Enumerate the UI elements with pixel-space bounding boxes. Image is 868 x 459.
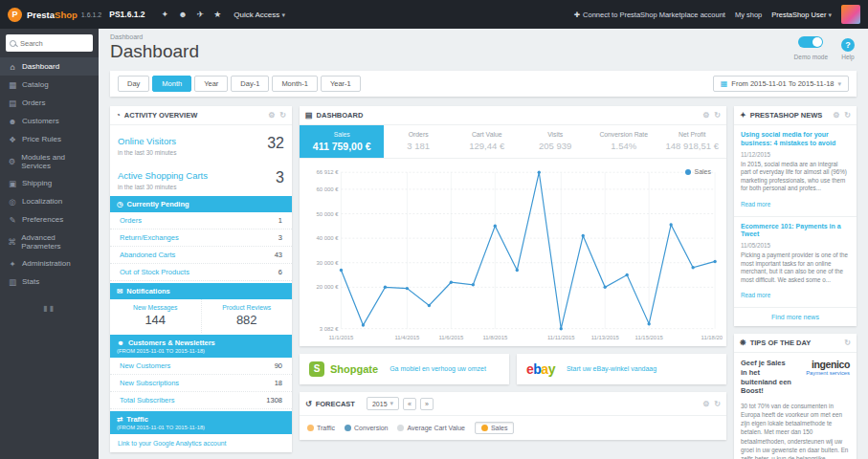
- active-carts-link[interactable]: Active Shopping Carts: [118, 170, 208, 181]
- svg-text:11/6/2015: 11/6/2015: [438, 335, 463, 340]
- kpi-cart-value[interactable]: Cart Value129,44 €: [453, 125, 522, 158]
- chart-legend[interactable]: Sales: [685, 168, 711, 175]
- panel-header: ✦ PRESTASHOP NEWS ⚙ ↻: [734, 106, 857, 125]
- gear-icon[interactable]: ⚙: [702, 400, 709, 408]
- sidebar-item-shipping[interactable]: ▣Shipping: [0, 174, 99, 192]
- traffic-header: ⇄Traffic (FROM 2015-11-01 TO 2015-11-18): [110, 411, 292, 434]
- sidebar-item-administration[interactable]: ✦Administration: [0, 254, 99, 273]
- row-value: 6: [278, 268, 282, 276]
- avatar[interactable]: [841, 5, 860, 24]
- traffic-range: (FROM 2015-11-01 TO 2015-11-18): [117, 425, 285, 430]
- sidebar-item-advanced-parameters[interactable]: ⌘Advanced Parameters: [0, 229, 99, 254]
- refresh-icon[interactable]: ↻: [279, 111, 286, 120]
- notification-value: 882: [204, 313, 291, 327]
- demo-mode-toggle[interactable]: [798, 36, 823, 48]
- sidebar-item-preferences[interactable]: ✎Preferences: [0, 210, 99, 229]
- filter-button-month-1[interactable]: Month-1: [272, 76, 318, 92]
- kpi-net-profit[interactable]: Net Profit148 918,51 €: [657, 125, 726, 158]
- customers-row-new-customers[interactable]: New Customers90: [110, 358, 292, 375]
- refresh-icon[interactable]: ↻: [844, 339, 851, 347]
- pending-row-abandoned-carts[interactable]: Abandoned Carts43: [110, 247, 292, 264]
- tips-body: Geef je Sales in het buitenland een Boos…: [734, 353, 857, 459]
- filter-button-year[interactable]: Year: [194, 76, 228, 92]
- date-range-label: From 2015-11-01 To 2015-11-18: [731, 79, 834, 88]
- online-visitors-link[interactable]: Online Visitors: [118, 136, 176, 146]
- shopgate-link[interactable]: Ga mobiel en verhoog uw omzet: [389, 364, 486, 373]
- notification-product-reviews[interactable]: Product Reviews882: [202, 299, 293, 333]
- filter-button-day[interactable]: Day: [118, 76, 149, 92]
- customers-row-new-subscriptions[interactable]: New Subscriptions18: [110, 375, 292, 392]
- version-label: 1.6.1.2: [81, 11, 101, 18]
- prestashop-logo-icon[interactable]: P: [8, 8, 22, 22]
- news-article-title[interactable]: Using social media for your business: 4 …: [741, 131, 850, 148]
- shopgate-module[interactable]: S Shopgate Ga mobiel en verhoog uw omzet: [300, 354, 509, 384]
- date-range-picker[interactable]: ▦ From 2015-11-01 To 2015-11-18 ▾: [713, 76, 849, 92]
- forecast-metric-average-cart-value[interactable]: Average Cart Value: [397, 425, 464, 431]
- cart-icon[interactable]: ✦: [162, 10, 169, 19]
- filter-button-year-1[interactable]: Year-1: [321, 76, 361, 92]
- customer-icon[interactable]: ☻: [178, 10, 187, 19]
- currently-pending-header: ◷Currently Pending: [110, 196, 292, 212]
- sidebar-item-orders[interactable]: ▤Orders: [0, 94, 99, 112]
- ebay-link[interactable]: Start uw eBay-winkel vandaag: [567, 364, 657, 373]
- forecast-metric-traffic[interactable]: Traffic: [307, 425, 335, 431]
- ebay-module[interactable]: ebay Start uw eBay-winkel vandaag: [517, 354, 726, 384]
- customers-row-total-subscribers[interactable]: Total Subscribers1308: [110, 392, 292, 409]
- news-article-date: 11/05/2015: [741, 242, 850, 249]
- read-more-link[interactable]: Read more: [741, 292, 770, 298]
- refresh-icon[interactable]: ↻: [844, 111, 851, 120]
- gear-icon[interactable]: ⚙: [833, 111, 839, 120]
- google-analytics-link[interactable]: Link to your Google Analytics account: [118, 440, 226, 447]
- filter-button-month[interactable]: Month: [152, 76, 191, 92]
- pending-row-return-exchanges[interactable]: Return/Exchanges3: [110, 230, 292, 247]
- sidebar-item-catalog[interactable]: ▦Catalog: [0, 76, 99, 94]
- forecast-icon: ↺: [305, 400, 312, 408]
- marketplace-link[interactable]: ✚Connect to PrestaShop Marketplace accou…: [574, 11, 725, 19]
- kpi-conversion-rate[interactable]: Conversion Rate1.54%: [590, 125, 658, 158]
- prev-year-button[interactable]: «: [403, 398, 416, 410]
- filter-button-day-1[interactable]: Day-1: [231, 76, 269, 92]
- ebay-logo-icon: ebay: [526, 361, 555, 377]
- metric-dot-icon: [481, 425, 488, 431]
- kpi-orders[interactable]: Orders3 181: [384, 125, 453, 158]
- breadcrumb[interactable]: Dashboard: [110, 33, 857, 40]
- gear-icon[interactable]: ⚙: [702, 111, 709, 120]
- ingenico-logo[interactable]: ingenico Payment services: [806, 359, 850, 396]
- sidebar-collapse-button[interactable]: ▮▮: [0, 304, 99, 313]
- sidebar-item-stats[interactable]: ▥Stats: [0, 273, 99, 291]
- gear-icon[interactable]: ⚙: [268, 111, 275, 120]
- badge-icon[interactable]: ★: [213, 10, 221, 19]
- refresh-icon[interactable]: ↻: [714, 111, 721, 120]
- preferences-icon: ✎: [8, 215, 17, 225]
- activity-icon: ◔: [116, 111, 121, 120]
- panel-header: ▤ DASHBOARD ⚙ ↻: [300, 106, 726, 125]
- message-icon[interactable]: ✈: [197, 10, 205, 19]
- forecast-metric-sales[interactable]: Sales: [475, 422, 515, 434]
- sidebar-item-dashboard[interactable]: ⌂Dashboard: [0, 57, 99, 76]
- sidebar-item-modules-and-services[interactable]: ⚙Modules and Services: [0, 148, 99, 174]
- user-menu[interactable]: PrestaShop User ▾: [771, 11, 832, 19]
- sidebar-item-label: Administration: [22, 259, 71, 268]
- refresh-icon[interactable]: ↻: [714, 400, 721, 408]
- forecast-metric-conversion[interactable]: Conversion: [345, 425, 388, 431]
- sidebar-item-customers[interactable]: ☻Customers: [0, 112, 99, 130]
- sidebar-item-label: Shipping: [22, 179, 52, 187]
- notification-new-messages[interactable]: New Messages144: [110, 299, 202, 333]
- read-more-link[interactable]: Read more: [741, 201, 770, 208]
- pending-row-out-of-stock-products[interactable]: Out of Stock Products6: [110, 264, 292, 281]
- kpi-sales[interactable]: Sales411 759,00 €: [300, 125, 384, 158]
- help-icon[interactable]: ?: [841, 38, 855, 52]
- sidebar-item-price-rules[interactable]: ❖Price Rules: [0, 130, 99, 148]
- my-shop-link[interactable]: My shop: [735, 11, 762, 19]
- sidebar-item-localization[interactable]: ◎Localization: [0, 192, 99, 210]
- quick-access-menu[interactable]: Quick Access ▾: [234, 11, 285, 19]
- search-input[interactable]: [20, 39, 89, 48]
- next-year-button[interactable]: »: [420, 398, 434, 410]
- svg-text:11/8/2015: 11/8/2015: [482, 335, 507, 340]
- find-more-news-link[interactable]: Find more news: [771, 314, 819, 320]
- pending-row-orders[interactable]: Orders1: [110, 212, 292, 230]
- kpi-visits[interactable]: Visits205 939: [521, 125, 590, 158]
- sales-chart[interactable]: 11/1/201511/4/201511/6/201511/8/201511/1…: [303, 163, 723, 344]
- year-select[interactable]: 2015▾: [367, 397, 399, 410]
- news-article-title[interactable]: Ecommerce 101: Payments in a Tweet: [741, 223, 850, 240]
